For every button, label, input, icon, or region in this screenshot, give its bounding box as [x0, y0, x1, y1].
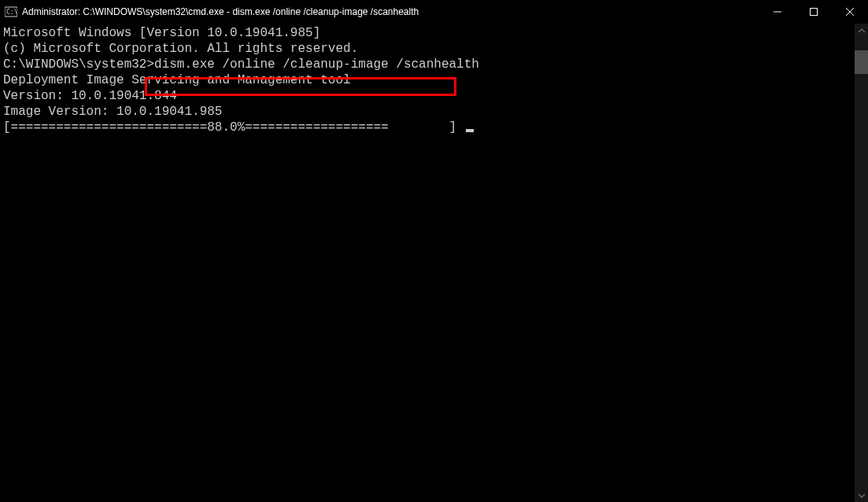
tool-version-line: Version: 10.0.19041.844: [3, 88, 851, 104]
close-icon: [846, 8, 854, 16]
progress-bar-text: [==========================88.0%========…: [3, 120, 464, 135]
cmd-window: C:\ Administrator: C:\WINDOWS\system32\c…: [0, 0, 868, 502]
image-version-line: Image Version: 10.0.19041.985: [3, 104, 851, 120]
vertical-scrollbar[interactable]: [855, 24, 868, 502]
svg-rect-3: [811, 9, 818, 16]
terminal-output[interactable]: Microsoft Windows [Version 10.0.19041.98…: [0, 24, 855, 502]
maximize-button[interactable]: [796, 0, 832, 24]
scrollbar-down-button[interactable]: [855, 489, 868, 502]
terminal-area: Microsoft Windows [Version 10.0.19041.98…: [0, 24, 868, 502]
titlebar-text: Administrator: C:\WINDOWS\system32\cmd.e…: [22, 6, 759, 17]
version-line: Microsoft Windows [Version 10.0.19041.98…: [3, 25, 851, 41]
maximize-icon: [810, 8, 818, 16]
prompt-line: C:\WINDOWS\system32>dism.exe /online /cl…: [3, 57, 851, 72]
minimize-icon: [774, 8, 781, 16]
titlebar[interactable]: C:\ Administrator: C:\WINDOWS\system32\c…: [0, 0, 868, 24]
cmd-icon: C:\: [5, 6, 17, 18]
progress-line: [==========================88.0%========…: [3, 120, 851, 135]
scrollbar-thumb[interactable]: [855, 50, 868, 74]
window-controls: [759, 0, 868, 24]
minimize-button[interactable]: [759, 0, 796, 24]
chevron-up-icon: [858, 27, 866, 35]
scrollbar-up-button[interactable]: [855, 24, 868, 37]
cursor: [466, 129, 474, 132]
close-button[interactable]: [832, 0, 868, 24]
tool-name-line: Deployment Image Servicing and Managemen…: [3, 72, 851, 88]
copyright-line: (c) Microsoft Corporation. All rights re…: [3, 41, 851, 57]
entered-command: dism.exe /online /cleanup-image /scanhea…: [154, 57, 479, 72]
svg-text:C:\: C:\: [6, 9, 17, 16]
prompt-prefix: C:\WINDOWS\system32>: [3, 57, 154, 72]
chevron-down-icon: [858, 492, 866, 500]
